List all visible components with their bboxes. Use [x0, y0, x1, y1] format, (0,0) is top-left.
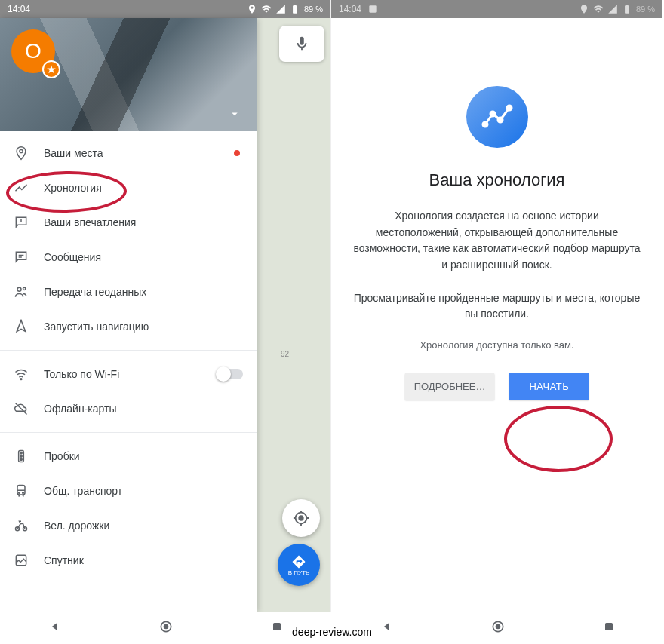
menu-bike[interactable]: Вел. дорожки	[0, 508, 257, 543]
signal-status-icon	[275, 4, 286, 14]
screenshot-indicator-icon	[367, 4, 378, 14]
svg-rect-21	[273, 623, 281, 630]
menu-offline-maps[interactable]: Офлайн-карты	[0, 391, 257, 426]
notification-dot	[234, 150, 240, 156]
chat-icon	[14, 250, 29, 265]
my-location-button[interactable]	[282, 499, 320, 537]
watermark: deep-review.com	[292, 626, 372, 638]
svg-point-2	[23, 287, 26, 290]
drawer-header[interactable]: O	[0, 18, 257, 131]
battery-percent: 89 %	[636, 5, 655, 14]
crosshair-icon	[293, 510, 309, 526]
onboard-title: Ваша хронология	[349, 170, 644, 190]
start-button[interactable]: НАЧАТЬ	[509, 373, 589, 400]
menu-location-sharing[interactable]: Передача геоданных	[0, 274, 257, 309]
directions-label: В ПУТЬ	[288, 569, 310, 576]
svg-point-1	[17, 287, 21, 291]
directions-icon	[291, 554, 306, 569]
feedback-icon	[14, 215, 29, 230]
battery-percent: 89 %	[304, 5, 323, 14]
map-route-label: 92	[281, 350, 289, 358]
onboard-body-2: Просматривайте пройденные маршруты и мес…	[349, 290, 644, 323]
svg-point-17	[498, 118, 503, 122]
voice-search-button[interactable]	[279, 26, 324, 62]
svg-point-18	[507, 106, 512, 110]
train-icon	[14, 483, 29, 498]
svg-rect-24	[605, 623, 613, 630]
chevron-down-icon	[228, 107, 241, 121]
menu-wifi-only[interactable]: Только по Wi-Fi	[0, 357, 257, 391]
svg-point-0	[20, 149, 23, 152]
timeline-icon	[14, 180, 29, 195]
back-button[interactable]	[380, 619, 395, 637]
svg-point-6	[20, 455, 23, 458]
people-icon	[14, 284, 29, 299]
satellite-icon	[14, 553, 29, 568]
recents-button[interactable]	[601, 619, 616, 637]
status-time: 14:04	[8, 4, 30, 14]
svg-point-5	[20, 452, 23, 455]
timeline-hero-icon	[466, 86, 528, 148]
star-icon	[46, 64, 57, 75]
microphone-icon	[294, 35, 310, 52]
traffic-icon	[14, 449, 29, 464]
menu-transit[interactable]: Общ. транспорт	[0, 474, 257, 508]
chart-line-icon	[479, 99, 515, 135]
navigation-drawer: O Ваши места Хронология	[0, 18, 257, 612]
svg-point-16	[490, 112, 495, 116]
back-button[interactable]	[48, 619, 63, 637]
location-status-icon	[579, 4, 589, 14]
account-dropdown[interactable]	[228, 107, 241, 124]
wifi-status-icon	[593, 4, 604, 14]
svg-point-3	[20, 379, 22, 380]
svg-point-23	[496, 624, 501, 630]
local-guide-badge	[42, 60, 60, 78]
pin-icon	[14, 146, 29, 161]
status-bar-right: 14:04 89 %	[331, 0, 662, 18]
menu-timeline[interactable]: Хронология	[0, 170, 257, 205]
wifi-status-icon	[261, 4, 272, 14]
location-status-icon	[247, 4, 257, 14]
menu-satellite[interactable]: Спутник	[0, 543, 257, 578]
home-button[interactable]	[158, 619, 174, 637]
menu-messages[interactable]: Сообщения	[0, 240, 257, 274]
map-background[interactable]: 92 В ПУТЬ	[257, 18, 330, 612]
svg-point-10	[23, 492, 24, 494]
status-time: 14:04	[339, 4, 361, 14]
menu-contributions[interactable]: Ваши впечатления	[0, 205, 257, 240]
svg-point-7	[20, 458, 23, 461]
menu-your-places[interactable]: Ваши места	[0, 136, 257, 170]
timeline-onboarding: Ваша хронология Хронология создается на …	[331, 18, 662, 400]
signal-status-icon	[607, 4, 618, 14]
learn-more-button[interactable]: ПОДРОБНЕЕ…	[405, 373, 495, 400]
wifi-icon	[14, 366, 29, 382]
bike-icon	[14, 518, 29, 533]
onboard-privacy: Хронология доступна только вам.	[349, 339, 644, 351]
svg-point-20	[164, 624, 169, 630]
home-button[interactable]	[490, 619, 506, 637]
cloud-off-icon	[14, 401, 29, 416]
directions-button[interactable]: В ПУТЬ	[278, 544, 320, 586]
status-bar-left: 14:04 89 %	[0, 0, 330, 18]
wifi-toggle[interactable]	[217, 369, 243, 379]
recents-button[interactable]	[269, 619, 284, 637]
menu-traffic[interactable]: Пробки	[0, 439, 257, 474]
onboard-body-1: Хронология создается на основе истории м…	[349, 208, 644, 274]
svg-rect-14	[369, 5, 376, 12]
navigation-icon	[14, 319, 29, 334]
menu-start-navigation[interactable]: Запустить навигацию	[0, 309, 257, 344]
battery-status-icon	[622, 4, 632, 14]
svg-point-15	[483, 122, 487, 127]
svg-point-9	[19, 492, 20, 494]
battery-status-icon	[290, 4, 300, 14]
